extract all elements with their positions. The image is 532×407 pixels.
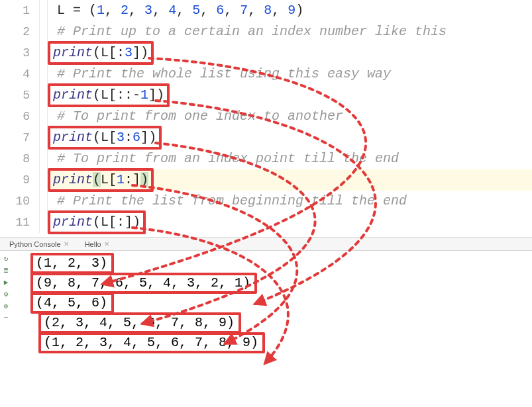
output-value: (2, 3, 4, 5, 6, 7, 8, 9) <box>38 312 241 334</box>
code-line[interactable]: 1L = (1, 2, 3, 4, 5, 6, 7, 8, 9) <box>0 0 532 21</box>
output-value: (1, 2, 3, 4, 5, 6, 7, 8, 9) <box>38 332 265 353</box>
console-output[interactable]: (1, 2, 3)(9, 8, 7, 6, 5, 4, 3, 2, 1)(4, … <box>24 253 532 353</box>
code-text: L = (1, 2, 3, 4, 5, 6, 7, 8, 9) <box>48 1 303 20</box>
code-line[interactable]: 10# Print the list from beginning till t… <box>0 191 532 212</box>
output-line: (1, 2, 3) <box>24 253 532 273</box>
console-tool-button[interactable]: ↻ <box>1 253 11 263</box>
console-tool-button[interactable]: ⊕ <box>1 301 11 310</box>
code-text: # Print up to a certain an index number … <box>48 23 447 41</box>
code-text: print(L[:3]) <box>48 41 154 65</box>
close-icon[interactable]: ✕ <box>64 240 69 248</box>
code-line[interactable]: 4# Print the whole list using this easy … <box>0 64 532 85</box>
console-tool-button[interactable]: − <box>1 313 11 322</box>
line-number: 11 <box>0 212 40 233</box>
line-number: 6 <box>0 106 40 127</box>
console-output-panel: ↻≣▶⚙⊕− (1, 2, 3)(9, 8, 7, 6, 5, 4, 3, 2,… <box>0 251 532 353</box>
tab-python-console[interactable]: Python Console ✕ <box>9 240 69 248</box>
line-number: 2 <box>0 21 40 42</box>
line-number: 3 <box>0 42 40 64</box>
console-tool-button[interactable]: ▶ <box>1 277 11 287</box>
output-value: (9, 8, 7, 6, 5, 4, 3, 2, 1) <box>30 273 257 294</box>
console-tool-button[interactable]: ⚙ <box>1 289 11 298</box>
output-line: (2, 3, 4, 5, 6, 7, 8, 9) <box>24 313 532 333</box>
code-text: # To print from one index to another <box>48 107 343 126</box>
line-number: 4 <box>0 64 40 85</box>
console-tabs: Python Console ✕ Hello ✕ <box>0 238 532 251</box>
close-icon[interactable]: ✕ <box>104 240 109 248</box>
code-text: # Print the list from beginning till the… <box>48 192 407 210</box>
line-number: 1 <box>0 0 40 21</box>
tab-label: Python Console <box>9 240 61 248</box>
code-line[interactable]: 3print(L[:3]) <box>0 42 532 64</box>
output-value: (4, 5, 6) <box>30 293 114 314</box>
console-toolbar: ↻≣▶⚙⊕− <box>1 253 23 322</box>
code-text: print(L[3:6]) <box>48 126 162 150</box>
code-text: print(L[:]) <box>48 210 146 234</box>
code-text: print(L[1:]) <box>48 168 154 192</box>
output-value: (1, 2, 3) <box>30 253 114 274</box>
code-text: print(L[::-1]) <box>48 83 170 107</box>
output-line: (9, 8, 7, 6, 5, 4, 3, 2, 1) <box>24 273 532 293</box>
code-line[interactable]: 7print(L[3:6]) <box>0 127 532 148</box>
code-line[interactable]: 6# To print from one index to another <box>0 106 532 127</box>
line-number: 8 <box>0 148 40 169</box>
tab-hello[interactable]: Hello ✕ <box>85 240 109 248</box>
code-line[interactable]: 9print(L[1:]) <box>0 169 532 191</box>
output-line: (4, 5, 6) <box>24 293 532 313</box>
code-line[interactable]: 2# Print up to a certain an index number… <box>0 21 532 42</box>
code-editor[interactable]: 1L = (1, 2, 3, 4, 5, 6, 7, 8, 9)2# Print… <box>0 0 532 233</box>
code-line[interactable]: 5print(L[::-1]) <box>0 85 532 106</box>
line-number: 5 <box>0 85 40 106</box>
output-line: (1, 2, 3, 4, 5, 6, 7, 8, 9) <box>24 333 532 353</box>
line-number: 10 <box>0 191 40 212</box>
code-line[interactable]: 8# To print from an index point till the… <box>0 148 532 169</box>
line-number: 9 <box>0 169 40 191</box>
line-number: 7 <box>0 127 40 148</box>
code-text: # To print from an index point till the … <box>48 150 399 168</box>
tab-label: Hello <box>85 240 101 248</box>
code-text: # Print the whole list using this easy w… <box>48 65 391 83</box>
console-tool-button[interactable]: ≣ <box>1 265 11 275</box>
code-line[interactable]: 11print(L[:]) <box>0 212 532 233</box>
